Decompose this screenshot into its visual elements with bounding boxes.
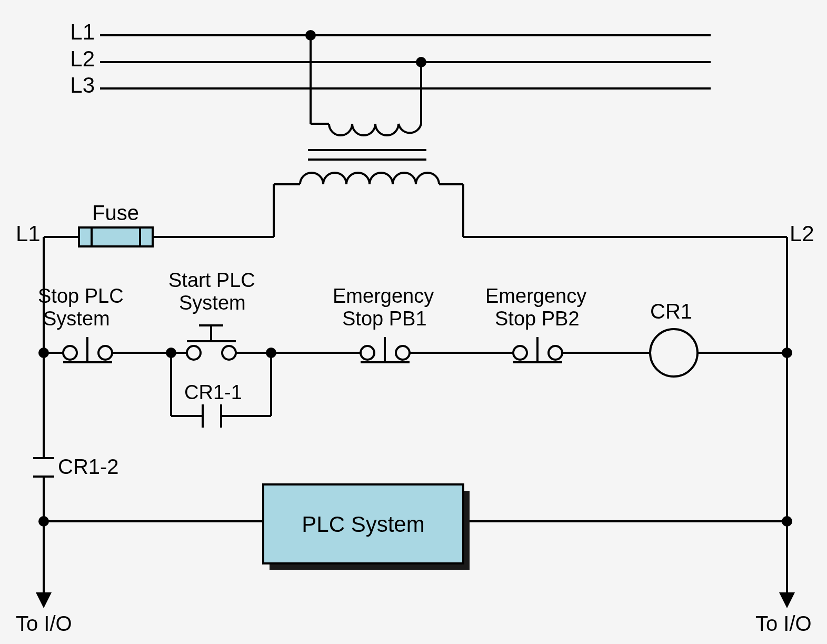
label-l2-control: L2 [790, 221, 814, 246]
fuse-icon [79, 227, 153, 246]
label-to-io-left: To I/O [16, 612, 72, 635]
arrow-to-io-right-icon [779, 592, 795, 608]
label-cr1: CR1 [650, 300, 692, 323]
label-estop1-1: Emergency [333, 285, 434, 307]
svg-marker-31 [779, 592, 795, 608]
transformer-secondary-icon [300, 173, 439, 184]
svg-point-18 [396, 346, 410, 360]
svg-point-5 [63, 346, 77, 360]
label-fuse: Fuse [92, 201, 139, 224]
cr1-1-contact-icon [203, 404, 221, 428]
svg-point-6 [98, 346, 112, 360]
label-cr1-1: CR1-1 [184, 381, 242, 403]
svg-marker-30 [36, 592, 52, 608]
label-plc-system: PLC System [302, 512, 424, 537]
cr1-coil-icon [650, 329, 698, 377]
estop1-pushbutton-icon [361, 337, 410, 362]
label-l2-supply: L2 [70, 46, 95, 71]
label-start-plc-1: Start PLC [168, 269, 255, 291]
transformer-primary-icon [311, 124, 421, 135]
label-l3-supply: L3 [70, 73, 95, 97]
svg-point-22 [549, 346, 562, 360]
svg-point-21 [513, 346, 527, 360]
start-plc-pushbutton-icon [187, 325, 236, 360]
circuit-diagram: L1 L2 L3 L1 L2 Fuse [0, 0, 827, 644]
label-stop-plc-2: System [43, 308, 110, 330]
stop-plc-pushbutton-icon [63, 337, 112, 362]
svg-point-10 [187, 346, 201, 360]
label-stop-plc-1: Stop PLC [38, 285, 124, 307]
label-estop2-1: Emergency [485, 285, 586, 307]
label-to-io-right: To I/O [755, 612, 812, 635]
label-l1-control: L1 [16, 221, 41, 246]
svg-rect-3 [79, 227, 92, 246]
svg-rect-4 [140, 227, 153, 246]
arrow-to-io-left-icon [36, 592, 52, 608]
label-estop2-2: Stop PB2 [495, 308, 580, 330]
label-estop1-2: Stop PB1 [342, 308, 427, 330]
label-l1-supply: L1 [70, 19, 95, 44]
svg-point-17 [361, 346, 374, 360]
estop2-pushbutton-icon [513, 337, 562, 362]
svg-point-11 [222, 346, 236, 360]
label-cr1-2: CR1-2 [58, 455, 119, 478]
label-start-plc-2: System [179, 292, 246, 314]
